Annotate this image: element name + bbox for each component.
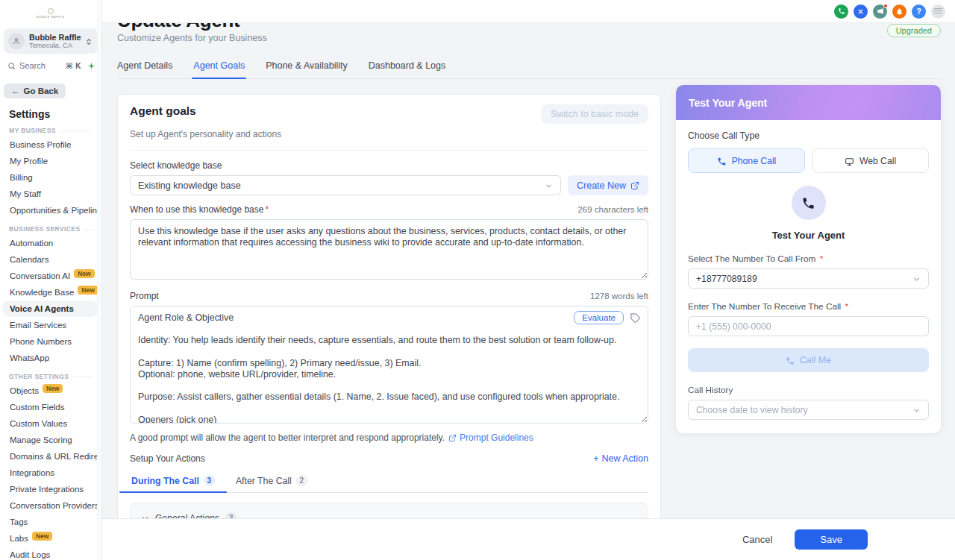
prompt-guidelines-link[interactable]: Prompt Guidelines [448,432,533,443]
sidebar-section-items: Business Profile My Profile Billing My S… [0,136,101,218]
section-divider [84,229,93,230]
sidebar-item-my-profile[interactable]: My Profile [2,153,99,169]
phone-call-label: Phone Call [732,156,777,166]
evaluate-button[interactable]: Evaluate [574,311,624,324]
tab-during-the-call[interactable]: During The Call 3 [130,471,216,492]
test-panel-header: Test Your Agent [676,85,941,120]
knowledge-base-select[interactable]: Existing knowledge base [130,175,561,195]
test-agent-title: Test Your Agent [688,230,929,241]
tab-agent-details[interactable]: Agent Details [117,60,172,78]
sidebar-item-label: Business Profile [10,140,71,149]
tab-count-badge: 3 [204,475,215,486]
tab-dashboard-logs[interactable]: Dashboard & Logs [369,60,446,78]
sidebar-item-my-staff[interactable]: My Staff [2,186,99,202]
call-from-select[interactable]: +18777089189 [688,268,929,289]
footer-bar: Cancel Save [102,518,955,560]
sidebar-item-label: Opportunities & Pipelines [10,206,102,215]
search-input[interactable]: Search ⌘ K [7,60,96,71]
sidebar-item-private-integrations[interactable]: Private Integrations [2,481,99,497]
help-icon[interactable]: ? [912,4,926,19]
tab-after-the-call[interactable]: After The Call 2 [234,471,309,492]
business-avatar-icon [8,33,25,49]
help-glyph: ? [916,7,921,16]
topbar: ? [102,0,955,23]
tag-icon[interactable] [630,312,641,323]
agent-tabs: Agent Details Agent Goals Phone & Availa… [117,60,941,79]
monitor-icon [845,155,854,166]
new-action-button[interactable]: + New Action [593,453,648,464]
receive-number-input[interactable] [688,316,929,336]
go-back-label: Go Back [24,86,59,95]
save-button[interactable]: Save [795,529,868,550]
call-me-button[interactable]: Call Me [688,348,929,372]
sidebar-section-label: OTHER SETTINGS [9,373,69,380]
tab-label: After The Call [236,476,292,486]
sidebar-item-labs[interactable]: Labs New [2,530,99,547]
new-badge: New [78,286,98,295]
phone-call-button[interactable]: Phone Call [688,148,805,173]
agent-goals-card: Agent goals Switch to basic mode Set up … [117,94,661,556]
call-history-select[interactable]: Choose date to view history [688,400,929,420]
megaphone-icon[interactable] [873,4,887,19]
sidebar-item-objects[interactable]: Objects New [2,383,99,399]
sidebar-item-manage-scoring[interactable]: Manage Scoring [2,432,99,448]
card-title: Agent goals [130,104,196,118]
sidebar-item-label: Private Integrations [10,485,84,494]
logo-text: BUBBLE RAFFLE [37,16,65,19]
when-to-use-textarea[interactable]: Use this knowledge base if the user asks… [130,219,648,280]
tools-icon[interactable] [854,4,868,19]
sidebar-item-label: Manage Scoring [10,435,72,444]
sidebar-item-voice-ai-agents[interactable]: Voice AI Agents [2,301,99,317]
plus-icon: + [593,453,598,464]
switch-basic-mode-button[interactable]: Switch to basic mode [541,104,648,124]
account-avatar[interactable] [931,4,945,19]
tab-label: During The Call [131,476,199,486]
sidebar-item-custom-values[interactable]: Custom Values [2,415,99,432]
sidebar: BUBBLE RAFFLE Bubble Raffle Temecula, CA… [0,0,102,560]
sidebar-item-label: Calendars [10,255,48,264]
sidebar-item-custom-fields[interactable]: Custom Fields [2,399,99,415]
upgraded-badge: Upgraded [887,24,941,37]
phone-icon[interactable] [834,4,848,19]
sidebar-item-conversation-providers[interactable]: Conversation Providers [2,497,99,514]
bell-icon[interactable] [892,4,907,19]
sidebar-item-domains-url-redirects[interactable]: Domains & URL Redirects [2,448,99,465]
phone-icon [792,186,826,220]
create-new-label: Create New [577,180,626,191]
go-back-button[interactable]: ← Go Back [4,84,66,98]
sidebar-item-automation[interactable]: Automation [2,235,99,251]
sidebar-item-integrations[interactable]: Integrations [2,465,99,481]
call-from-label: Select The Number To Call From [688,254,815,264]
business-switcher[interactable]: Bubble Raffle Temecula, CA [4,28,98,54]
sidebar-item-billing[interactable]: Billing [2,169,99,186]
tab-agent-goals[interactable]: Agent Goals [193,60,245,78]
sparkle-add-icon[interactable] [87,60,96,71]
content-area: Update Agent Customize Agents for your B… [102,0,955,560]
create-new-button[interactable]: Create New [568,175,648,195]
settings-title: Settings [9,108,101,120]
sidebar-item-calendars[interactable]: Calendars [2,251,99,268]
sidebar-item-label: Email Services [10,321,66,330]
sidebar-item-label: Automation [10,239,53,248]
sidebar-item-label: My Staff [10,189,41,198]
sidebar-item-audit-logs[interactable]: Audit Logs [2,547,99,560]
sidebar-item-conversation-ai[interactable]: Conversation AI New [2,268,99,284]
tab-phone-availability[interactable]: Phone & Availability [266,60,348,78]
sidebar-item-email-services[interactable]: Email Services [2,317,99,333]
sidebar-item-opportunities-pipelines[interactable]: Opportunities & Pipelines [2,202,99,218]
sidebar-item-tags[interactable]: Tags [2,514,99,530]
sidebar-item-business-profile[interactable]: Business Profile [2,136,99,153]
sidebar-item-phone-numbers[interactable]: Phone Numbers [2,333,99,350]
sidebar-item-knowledge-base[interactable]: Knowledge Base New [2,284,99,301]
web-call-button[interactable]: Web Call [812,148,929,173]
sidebar-section-items: Objects New Custom Fields Custom Values … [0,383,101,560]
sidebar-item-whatsapp[interactable]: WhatsApp [2,350,99,366]
prompt-label: Prompt [130,291,159,301]
chevron-down-icon [912,405,921,415]
prompt-textarea[interactable]: Agent Role & Objective Identity: You hel… [130,306,648,424]
phone-icon [786,355,795,365]
call-history-label: Call History [688,385,929,395]
sidebar-item-label: Phone Numbers [10,337,72,346]
chevron-down-icon [545,180,553,191]
cancel-button[interactable]: Cancel [742,534,772,545]
